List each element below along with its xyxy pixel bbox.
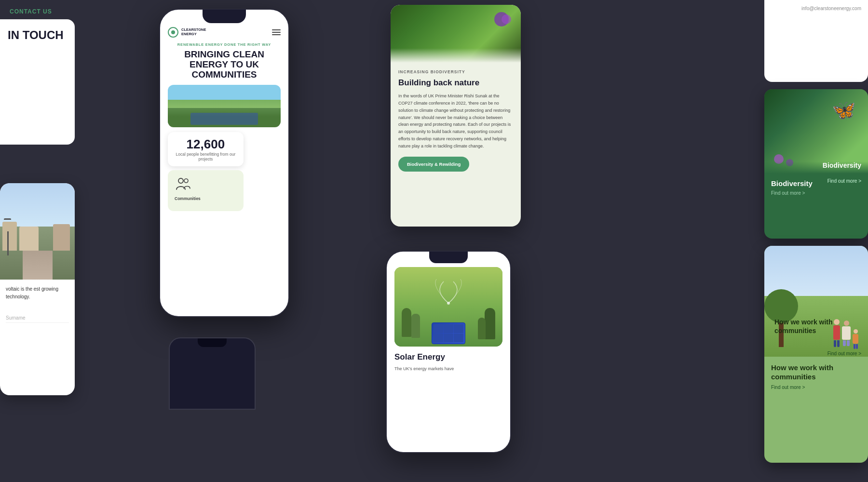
- svg-point-2: [447, 302, 450, 305]
- solar-phone-notch: [429, 252, 468, 263]
- right-card-top-content: info@clearstoneenergy.com: [764, 0, 868, 17]
- solar-screen: Solar Energy The UK's energy markets hav…: [387, 252, 510, 452]
- bottom-phone-notch: [198, 338, 227, 347]
- biodiversity-content: INCREASING BIODIVERSITY Building back na…: [391, 63, 521, 178]
- solar-title: Solar Energy: [394, 352, 502, 362]
- get-in-touch-card: IN TOUCH: [0, 19, 75, 145]
- bio-find-out-link[interactable]: Find out more >: [827, 178, 861, 184]
- logo-circle: [168, 27, 178, 38]
- main-phone: CLEARSTONEENERGY RENEWABLE ENERGY DONE T…: [159, 9, 289, 317]
- community-icon: [175, 176, 192, 193]
- biodiversity-body: In the words of UK Prime Minister Rishi …: [398, 93, 513, 150]
- solar-image: [394, 267, 502, 347]
- phone-stat-number: 12,600: [175, 137, 237, 152]
- phone-stat-desc: Local people benefitting from our projec…: [175, 152, 237, 161]
- contact-us-label: CONTACT US: [10, 8, 52, 15]
- community-right-photo: [764, 246, 868, 357]
- phone-screen: CLEARSTONEENERGY RENEWABLE ENERGY DONE T…: [160, 10, 288, 316]
- solar-body: The UK's energy markets have: [394, 366, 502, 373]
- bio-title-overlay: Biodiversity: [823, 161, 861, 169]
- community-right-link[interactable]: Find out more >: [771, 385, 861, 390]
- biodiversity-right-content: Biodiversity Find out more >: [764, 174, 868, 201]
- get-in-touch-title: IN TOUCH: [8, 29, 67, 41]
- second-left-body: voltaic is the est growing technology.: [6, 285, 69, 301]
- logo-text: CLEARSTONEENERGY: [181, 28, 206, 36]
- phone-stat-card: 12,600 Local people benefitting from our…: [168, 132, 244, 166]
- biodiversity-tag: INCREASING BIODIVERSITY: [398, 69, 513, 74]
- community-card-label: Communities: [175, 196, 237, 201]
- surname-label: Surname: [6, 315, 69, 323]
- svg-point-0: [178, 178, 183, 183]
- phone-logo: CLEARSTONEENERGY: [168, 27, 206, 38]
- arc-lines: [429, 277, 468, 306]
- community-right-title: How we work with communities: [771, 363, 861, 382]
- hamburger-menu[interactable]: [272, 29, 281, 35]
- phone-hero-image: [168, 85, 281, 127]
- phone-notch: [203, 10, 246, 23]
- community-title-overlay: How we work with communities: [774, 318, 861, 335]
- phone-header: CLEARSTONEENERGY: [168, 27, 281, 38]
- phone-subtitle: RENEWABLE ENERGY DONE THE RIGHT WAY: [168, 42, 281, 47]
- community-right-content: How we work with communities Find out mo…: [764, 357, 868, 397]
- comm-find-out-link[interactable]: Find out more >: [827, 351, 861, 356]
- phone-hero-title: BRINGING CLEAN ENERGY TO UK COMMUNITIES: [168, 50, 281, 80]
- second-left-text: voltaic is the est growing technology. S…: [0, 280, 75, 329]
- biodiversity-title: Building back nature: [398, 78, 513, 88]
- biodiversity-right-link[interactable]: Find out more >: [771, 190, 861, 196]
- solar-phone: Solar Energy The UK's energy markets hav…: [386, 251, 511, 453]
- biodiversity-card: INCREASING BIODIVERSITY Building back na…: [391, 5, 521, 227]
- phone-community-card: Communities: [168, 170, 244, 211]
- butterfly-icon: 🦋: [832, 99, 856, 121]
- second-left-card: voltaic is the est growing technology. S…: [0, 183, 75, 395]
- biodiversity-right-photo: 🦋: [764, 89, 868, 174]
- right-white-card-top: info@clearstoneenergy.com: [764, 0, 868, 82]
- biodiversity-photo: [391, 5, 521, 63]
- street-image: [0, 183, 75, 280]
- biodiversity-button[interactable]: Biodiversity & Rewilding: [398, 157, 469, 172]
- right-email-white: info@clearstoneenergy.com: [801, 6, 861, 11]
- bottom-center-phone: [169, 337, 256, 410]
- svg-point-1: [184, 179, 188, 183]
